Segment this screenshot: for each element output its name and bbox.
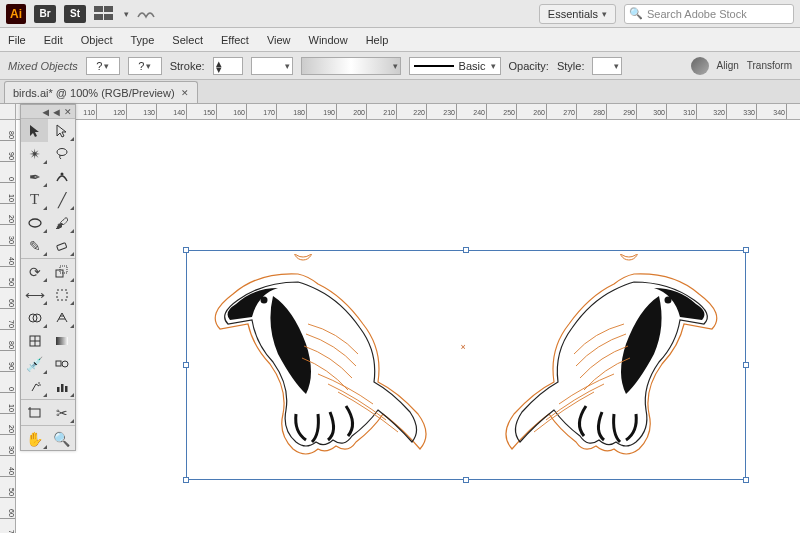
menu-type[interactable]: Type <box>131 34 155 46</box>
align-panel-button[interactable]: Align <box>717 60 739 71</box>
svg-rect-18 <box>30 409 40 417</box>
menu-file[interactable]: File <box>8 34 26 46</box>
fill-color-dropdown[interactable]: ?▾ <box>86 57 120 75</box>
resize-handle[interactable] <box>743 477 749 483</box>
svg-point-12 <box>62 361 68 367</box>
svg-rect-6 <box>57 290 67 300</box>
resize-handle[interactable] <box>183 247 189 253</box>
svg-point-2 <box>29 219 41 227</box>
menu-object[interactable]: Object <box>81 34 113 46</box>
selection-type-label: Mixed Objects <box>8 60 78 72</box>
svg-point-19 <box>261 297 268 304</box>
bridge-icon[interactable]: Br <box>34 5 56 23</box>
blend-tool[interactable] <box>48 352 75 375</box>
variable-width-profile-dropdown[interactable]: ▾ <box>301 57 401 75</box>
lasso-tool[interactable] <box>48 142 75 165</box>
close-icon[interactable]: ✕ <box>181 88 189 98</box>
line-segment-tool[interactable]: ╱ <box>48 188 75 211</box>
workspace-switcher[interactable]: Essentials ▾ <box>539 4 616 24</box>
free-transform-tool[interactable] <box>48 283 75 306</box>
chevron-down-icon: ▾ <box>124 9 129 19</box>
canvas[interactable]: × <box>16 120 800 533</box>
style-label: Style: <box>557 60 585 72</box>
mesh-tool[interactable] <box>21 329 48 352</box>
menu-bar: File Edit Object Type Select Effect View… <box>0 28 800 52</box>
paintbrush-tool[interactable]: 🖌 <box>48 211 75 234</box>
search-placeholder: Search Adobe Stock <box>647 8 747 20</box>
transform-panel-button[interactable]: Transform <box>747 60 792 71</box>
artboard-tool[interactable] <box>21 401 48 424</box>
perspective-grid-tool[interactable] <box>48 306 75 329</box>
menu-help[interactable]: Help <box>366 34 389 46</box>
stroke-weight-input[interactable]: ▴▾ <box>213 57 243 75</box>
app-logo-icon: Ai <box>6 4 26 24</box>
resize-handle[interactable] <box>183 362 189 368</box>
document-tab-row: birds.ai* @ 100% (RGB/Preview) ✕ <box>0 80 800 104</box>
eraser-tool[interactable] <box>48 234 75 257</box>
rotate-tool[interactable]: ⟳ <box>21 260 48 283</box>
menu-effect[interactable]: Effect <box>221 34 249 46</box>
menu-select[interactable]: Select <box>172 34 203 46</box>
stock-icon[interactable]: St <box>64 5 86 23</box>
svg-rect-15 <box>57 387 60 392</box>
tools-panel: ◄◄✕ ✴ ✒ T ╱ 🖌 ✎ ⟳ ⟷ 💉 <box>20 104 76 451</box>
menu-view[interactable]: View <box>267 34 291 46</box>
svg-point-20 <box>665 297 672 304</box>
gpu-preview-icon[interactable] <box>137 7 155 21</box>
direct-selection-tool[interactable] <box>48 119 75 142</box>
chevron-down-icon: ▾ <box>602 9 607 19</box>
brush-definition-dropdown[interactable]: Basic▾ <box>409 57 501 75</box>
svg-point-0 <box>57 148 67 155</box>
selection-tool[interactable] <box>21 119 48 142</box>
menu-window[interactable]: Window <box>309 34 348 46</box>
svg-rect-11 <box>56 361 61 366</box>
ruler-origin[interactable] <box>0 104 16 120</box>
magic-wand-tool[interactable]: ✴ <box>21 142 48 165</box>
svg-point-1 <box>60 172 63 175</box>
vertical-ruler[interactable]: 80900102030405060708090010203040506070 <box>0 120 16 533</box>
document-tab[interactable]: birds.ai* @ 100% (RGB/Preview) ✕ <box>4 81 198 103</box>
hand-tool[interactable]: ✋ <box>21 427 48 450</box>
stroke-weight-dropdown[interactable]: ▾ <box>251 57 293 75</box>
rectangle-tool[interactable] <box>21 211 48 234</box>
recolor-artwork-icon[interactable] <box>691 57 709 75</box>
symbol-sprayer-tool[interactable] <box>21 375 48 398</box>
curvature-tool[interactable] <box>48 165 75 188</box>
search-input[interactable]: 🔍 Search Adobe Stock <box>624 4 794 24</box>
selection-bounding-box[interactable]: × <box>186 250 746 480</box>
shaper-tool[interactable]: ✎ <box>21 234 48 257</box>
resize-handle[interactable] <box>743 247 749 253</box>
artwork-bird-right[interactable] <box>494 254 734 474</box>
eyedropper-tool[interactable]: 💉 <box>21 352 48 375</box>
artwork-bird-left[interactable] <box>198 254 438 474</box>
horizontal-ruler[interactable]: 1100110120130140150160170180190200210220… <box>16 104 800 120</box>
workspace-label: Essentials <box>548 8 598 20</box>
document-tab-title: birds.ai* @ 100% (RGB/Preview) <box>13 87 175 99</box>
pen-tool[interactable]: ✒ <box>21 165 48 188</box>
panel-drag-bar[interactable]: ◄◄✕ <box>21 105 75 119</box>
selection-center-icon: × <box>460 342 465 352</box>
resize-handle[interactable] <box>463 477 469 483</box>
opacity-label: Opacity: <box>509 60 549 72</box>
search-icon: 🔍 <box>629 7 643 20</box>
arrange-documents-icon[interactable] <box>94 6 116 22</box>
resize-handle[interactable] <box>743 362 749 368</box>
zoom-tool[interactable]: 🔍 <box>48 427 75 450</box>
menu-edit[interactable]: Edit <box>44 34 63 46</box>
svg-rect-17 <box>65 386 68 392</box>
type-tool[interactable]: T <box>21 188 48 211</box>
stroke-color-dropdown[interactable]: ?▾ <box>128 57 162 75</box>
shape-builder-tool[interactable] <box>21 306 48 329</box>
graphic-style-dropdown[interactable]: ▾ <box>592 57 622 75</box>
svg-point-14 <box>39 384 41 386</box>
width-tool[interactable]: ⟷ <box>21 283 48 306</box>
top-application-bar: Ai Br St ▾ Essentials ▾ 🔍 Search Adobe S… <box>0 0 800 28</box>
slice-tool[interactable]: ✂ <box>48 401 75 424</box>
resize-handle[interactable] <box>463 247 469 253</box>
stroke-label: Stroke: <box>170 60 205 72</box>
column-graph-tool[interactable] <box>48 375 75 398</box>
scale-tool[interactable] <box>48 260 75 283</box>
resize-handle[interactable] <box>183 477 189 483</box>
control-bar: Mixed Objects ?▾ ?▾ Stroke: ▴▾ ▾ ▾ Basic… <box>0 52 800 80</box>
gradient-tool[interactable] <box>48 329 75 352</box>
